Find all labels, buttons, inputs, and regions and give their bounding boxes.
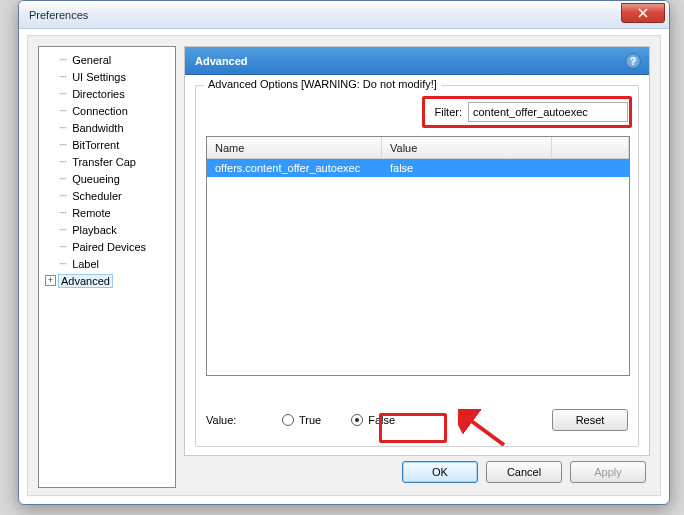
fieldset-legend: Advanced Options [WARNING: Do not modify…: [204, 78, 441, 90]
category-tree[interactable]: ····General ····UI Settings ····Director…: [38, 46, 176, 488]
titlebar[interactable]: Preferences: [19, 1, 669, 29]
panel-title: Advanced: [195, 55, 248, 67]
col-value[interactable]: Value: [382, 137, 552, 158]
tree-item-paired-devices[interactable]: ····Paired Devices: [41, 238, 173, 255]
tree-item-bandwidth[interactable]: ····Bandwidth: [41, 119, 173, 136]
tree-item-queueing[interactable]: ····Queueing: [41, 170, 173, 187]
value-editor-row: Value: True False Reset: [206, 408, 628, 432]
radio-false-label: False: [368, 414, 395, 426]
options-grid[interactable]: Name Value offers.content_offer_autoexec…: [206, 136, 630, 376]
tree-item-scheduler[interactable]: ····Scheduler: [41, 187, 173, 204]
radio-true-label: True: [299, 414, 321, 426]
col-name[interactable]: Name: [207, 137, 382, 158]
expand-icon[interactable]: +: [45, 275, 56, 286]
window-title: Preferences: [29, 9, 88, 21]
close-button[interactable]: [621, 3, 665, 23]
filter-input[interactable]: [468, 102, 628, 122]
col-spacer: [552, 137, 629, 158]
preferences-window: Preferences ····General ····UI Settings …: [18, 0, 670, 505]
cell-value: false: [382, 162, 552, 174]
radio-true[interactable]: True: [282, 414, 321, 426]
tree-item-directories[interactable]: ····Directories: [41, 85, 173, 102]
dialog-buttons: OK Cancel Apply: [402, 461, 646, 483]
value-label: Value:: [206, 414, 282, 426]
filter-row: Filter:: [435, 102, 629, 122]
ok-button[interactable]: OK: [402, 461, 478, 483]
reset-button[interactable]: Reset: [552, 409, 628, 431]
tree-item-transfer-cap[interactable]: ····Transfer Cap: [41, 153, 173, 170]
tree-item-remote[interactable]: ····Remote: [41, 204, 173, 221]
tree-item-ui-settings[interactable]: ····UI Settings: [41, 68, 173, 85]
advanced-panel: Advanced ? Advanced Options [WARNING: Do…: [184, 46, 650, 456]
advanced-fieldset: Advanced Options [WARNING: Do not modify…: [195, 85, 639, 447]
client-area: ····General ····UI Settings ····Director…: [27, 35, 661, 496]
tree-item-advanced[interactable]: + Advanced: [41, 272, 173, 289]
tree-item-connection[interactable]: ····Connection: [41, 102, 173, 119]
tree-item-general[interactable]: ····General: [41, 51, 173, 68]
help-icon[interactable]: ?: [625, 53, 641, 69]
grid-header: Name Value: [207, 137, 629, 159]
cancel-button[interactable]: Cancel: [486, 461, 562, 483]
radio-icon: [351, 414, 363, 426]
close-icon: [638, 8, 648, 18]
panel-header: Advanced ?: [185, 47, 649, 75]
cell-name: offers.content_offer_autoexec: [207, 162, 382, 174]
radio-false[interactable]: False: [351, 414, 395, 426]
filter-label: Filter:: [435, 106, 463, 118]
tree-item-playback[interactable]: ····Playback: [41, 221, 173, 238]
apply-button[interactable]: Apply: [570, 461, 646, 483]
tree-item-label[interactable]: ····Label: [41, 255, 173, 272]
radio-icon: [282, 414, 294, 426]
grid-row-selected[interactable]: offers.content_offer_autoexec false: [207, 159, 629, 177]
tree-item-bittorrent[interactable]: ····BitTorrent: [41, 136, 173, 153]
